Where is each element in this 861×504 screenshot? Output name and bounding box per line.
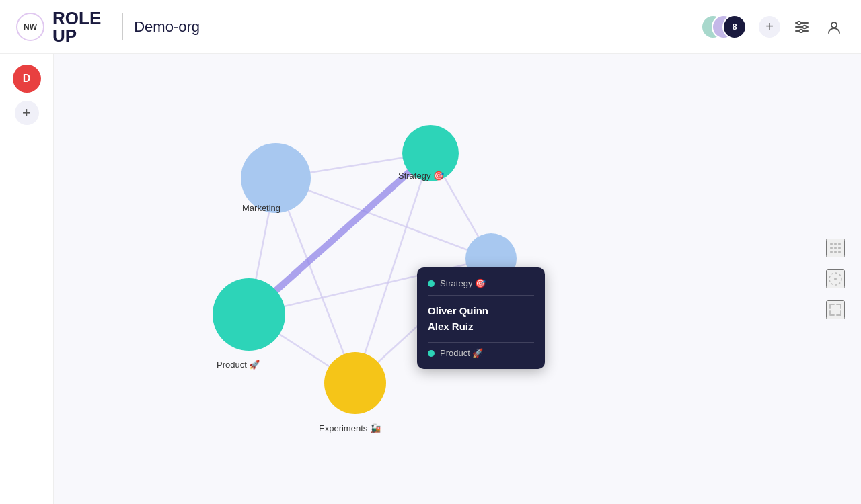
grid-icon (828, 241, 843, 255)
tooltip-name2: Alex Ruiz (428, 319, 534, 335)
avatar-stack[interactable]: 8 (701, 13, 748, 40)
logo-up: UP (52, 26, 77, 46)
tooltip-name1: Oliver Quinn (428, 304, 534, 319)
collapse-icon (828, 302, 843, 317)
tooltip-bottom-row: Product 🚀 (428, 348, 534, 358)
grid-tool-button[interactable] (826, 239, 845, 257)
collapse-tool-button[interactable] (826, 300, 845, 319)
svg-point-17 (834, 243, 837, 245)
node-strategy[interactable] (402, 125, 459, 181)
tooltip-bottom-label: Product 🚀 (440, 348, 483, 358)
svg-point-26 (834, 278, 837, 280)
node-experiments[interactable] (324, 352, 386, 414)
svg-point-18 (838, 243, 841, 245)
svg-point-6 (831, 22, 837, 28)
filter-icon (794, 21, 809, 33)
tooltip-dot-bottom (428, 350, 435, 357)
profile-icon (827, 19, 841, 34)
nw-label: NW (24, 22, 37, 32)
tooltip-divider-bottom (428, 342, 534, 343)
d-label: D (23, 73, 31, 85)
svg-point-24 (838, 251, 841, 253)
tooltip-top-row: Strategy 🎯 (428, 278, 534, 288)
svg-point-20 (834, 247, 837, 249)
logo: ROLE UP (52, 9, 101, 44)
tooltip-dot-top (428, 280, 435, 287)
header-right: 8 + (701, 13, 845, 40)
node-product[interactable] (213, 278, 285, 351)
org-name: Demo-org (134, 18, 200, 36)
right-tools (826, 239, 845, 319)
svg-point-4 (803, 25, 807, 28)
add-button-label: + (765, 19, 774, 34)
logo-text: ROLE UP (52, 9, 101, 44)
canvas[interactable]: Marketing Strategy 🎯 Finance & HR Produc… (54, 54, 861, 504)
svg-point-22 (830, 251, 833, 253)
sidebar: D + (0, 54, 54, 504)
dots-circle-icon (828, 271, 843, 286)
svg-point-23 (834, 251, 837, 253)
svg-point-5 (800, 29, 803, 32)
d-avatar[interactable]: D (13, 65, 41, 93)
svg-point-19 (830, 247, 833, 249)
tooltip-card[interactable]: Strategy 🎯 Oliver Quinn Alex Ruiz Produc… (417, 267, 545, 369)
filter-button[interactable] (791, 16, 813, 38)
node-marketing[interactable] (241, 143, 311, 213)
profile-button[interactable] (823, 16, 845, 38)
dots-tool-button[interactable] (826, 269, 845, 288)
tooltip-top-label: Strategy 🎯 (440, 278, 486, 288)
tooltip-names: Oliver Quinn Alex Ruiz (428, 301, 534, 337)
header-divider (122, 13, 123, 40)
add-button[interactable]: + (759, 16, 780, 38)
svg-point-3 (798, 21, 801, 24)
notification-count: 8 (732, 22, 737, 32)
tooltip-divider-top (428, 295, 534, 296)
sidebar-add-label: + (22, 104, 31, 122)
nw-avatar[interactable]: NW (16, 13, 44, 41)
sidebar-add-button[interactable]: + (15, 101, 39, 125)
svg-point-21 (838, 247, 841, 249)
svg-point-16 (830, 243, 833, 245)
avatar-3: 8 (722, 15, 747, 39)
header: NW ROLE UP Demo-org 8 + (0, 0, 861, 54)
